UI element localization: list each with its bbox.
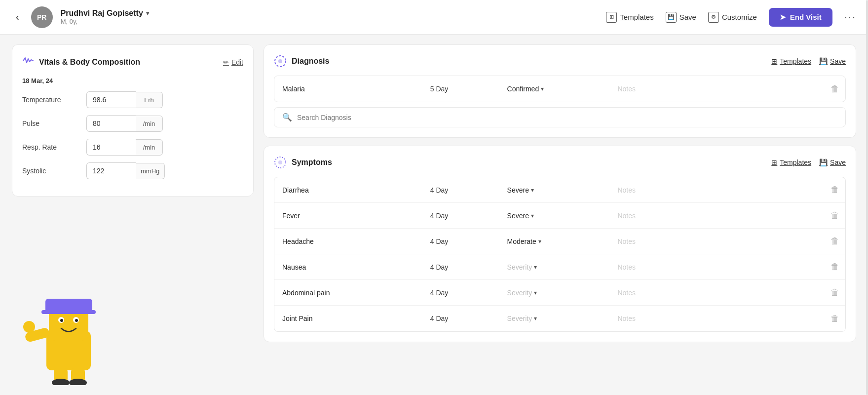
vitals-edit-button[interactable]: ✏ Edit bbox=[223, 58, 243, 66]
diagnosis-templates-label: Templates bbox=[780, 57, 811, 65]
svg-point-15 bbox=[278, 59, 282, 63]
patient-dropdown-chevron: ▾ bbox=[146, 10, 149, 17]
row-notes[interactable]: Notes bbox=[611, 309, 825, 328]
row-status-dropdown[interactable]: Severe ▾ bbox=[503, 180, 612, 200]
diagnosis-save-button[interactable]: 💾 Save bbox=[819, 57, 846, 65]
row-status-dropdown[interactable]: Severity ▾ bbox=[503, 257, 612, 277]
back-button[interactable]: ‹ bbox=[12, 9, 23, 25]
vital-row: Pulse /min bbox=[22, 115, 241, 132]
delete-button[interactable]: 🗑 bbox=[830, 236, 839, 246]
end-visit-button[interactable]: ➤ End Visit bbox=[769, 8, 832, 27]
vitals-icon bbox=[22, 55, 34, 69]
row-notes[interactable]: Notes bbox=[611, 79, 825, 99]
diagnosis-search-row[interactable]: 🔍 bbox=[274, 107, 846, 127]
chevron-down-icon: ▾ bbox=[534, 315, 537, 322]
row-name: Fever bbox=[274, 206, 424, 226]
edit-label: Edit bbox=[231, 58, 243, 66]
row-notes[interactable]: Notes bbox=[611, 180, 825, 200]
row-status-text: Moderate bbox=[507, 237, 536, 245]
row-delete[interactable]: 🗑 bbox=[825, 308, 845, 330]
diagnosis-title-group: Diagnosis bbox=[274, 55, 329, 68]
row-duration: 4 Day bbox=[424, 309, 503, 328]
table-row: Abdominal pain 4 Day Severity ▾ Notes 🗑 bbox=[274, 280, 845, 306]
vital-unit: Frh bbox=[136, 92, 163, 108]
symptoms-table: Diarrhea 4 Day Severe ▾ Notes 🗑 Fever 4 … bbox=[274, 177, 846, 332]
row-delete[interactable]: 🗑 bbox=[825, 204, 845, 227]
vital-row: Temperature Frh bbox=[22, 91, 241, 108]
chevron-down-icon: ▾ bbox=[531, 212, 534, 219]
symptoms-actions: ⊞ Templates 💾 Save bbox=[771, 158, 846, 166]
vital-unit: mmHg bbox=[136, 163, 165, 179]
delete-button[interactable]: 🗑 bbox=[830, 314, 839, 324]
end-visit-icon: ➤ bbox=[780, 13, 786, 22]
row-status-text: Severity bbox=[507, 263, 532, 271]
svg-rect-3 bbox=[41, 310, 96, 314]
vital-label: Resp. Rate bbox=[22, 143, 86, 151]
row-name: Diarrhea bbox=[274, 180, 424, 200]
vital-value-input[interactable] bbox=[86, 139, 136, 156]
table-row: Joint Pain 4 Day Severity ▾ Notes 🗑 bbox=[274, 306, 845, 331]
row-delete[interactable]: 🗑 bbox=[825, 230, 845, 252]
patient-info: Prudhvi Raj Gopisetty ▾ M, 0y, bbox=[61, 9, 149, 25]
row-notes[interactable]: Notes bbox=[611, 232, 825, 251]
customize-icon: ⚙ bbox=[708, 12, 719, 23]
mascot-illustration bbox=[17, 291, 125, 385]
save-button[interactable]: 💾 Save bbox=[666, 12, 696, 23]
diagnosis-search-input[interactable] bbox=[297, 114, 837, 121]
chevron-down-icon: ▾ bbox=[531, 187, 534, 194]
vitals-title-group: Vitals & Body Composition bbox=[22, 55, 140, 69]
end-visit-label: End Visit bbox=[790, 13, 822, 21]
vital-row: Systolic mmHg bbox=[22, 162, 241, 179]
row-name: Joint Pain bbox=[274, 309, 424, 328]
row-delete[interactable]: 🗑 bbox=[825, 281, 845, 304]
vital-value-input[interactable] bbox=[86, 91, 136, 108]
row-status-text: Severe bbox=[507, 186, 529, 194]
row-status-text: Severity bbox=[507, 315, 532, 322]
vital-value-input[interactable] bbox=[86, 115, 136, 132]
row-delete[interactable]: 🗑 bbox=[825, 179, 845, 201]
more-options-button[interactable]: ··· bbox=[844, 11, 856, 24]
row-status-dropdown[interactable]: Severity ▾ bbox=[503, 309, 612, 328]
row-status-text: Confirmed bbox=[507, 85, 539, 93]
diagnosis-header: Diagnosis ⊞ Templates 💾 Save bbox=[274, 55, 846, 68]
right-panel[interactable]: Diagnosis ⊞ Templates 💾 Save Malaria 5 D… bbox=[264, 44, 856, 385]
row-name: Malaria bbox=[274, 79, 424, 99]
symptoms-icon bbox=[274, 156, 287, 169]
vitals-header: Vitals & Body Composition ✏ Edit bbox=[22, 55, 243, 69]
row-status-dropdown[interactable]: Severe ▾ bbox=[503, 206, 612, 226]
delete-button[interactable]: 🗑 bbox=[830, 185, 839, 195]
templates-label: Templates bbox=[620, 13, 653, 21]
row-status-dropdown[interactable]: Severity ▾ bbox=[503, 283, 612, 303]
delete-button[interactable]: 🗑 bbox=[830, 262, 839, 272]
patient-name-group[interactable]: Prudhvi Raj Gopisetty ▾ bbox=[61, 9, 149, 18]
table-row: Fever 4 Day Severe ▾ Notes 🗑 bbox=[274, 203, 845, 229]
row-status-text: Severe bbox=[507, 212, 529, 220]
save-icon: 💾 bbox=[666, 12, 677, 23]
row-notes[interactable]: Notes bbox=[611, 257, 825, 277]
diagnosis-templates-button[interactable]: ⊞ Templates bbox=[771, 57, 811, 65]
row-notes[interactable]: Notes bbox=[611, 206, 825, 226]
delete-button[interactable]: 🗑 bbox=[830, 210, 839, 221]
vital-value-input[interactable] bbox=[86, 162, 136, 179]
delete-button[interactable]: 🗑 bbox=[830, 287, 839, 298]
vitals-scroll-area[interactable]: Temperature Frh Pulse /min Resp. Rate /m… bbox=[22, 91, 243, 186]
symptoms-save-button[interactable]: 💾 Save bbox=[819, 158, 846, 166]
symptoms-templates-button[interactable]: ⊞ Templates bbox=[771, 158, 811, 166]
patient-subtext: M, 0y, bbox=[61, 18, 149, 25]
vital-row: Resp. Rate /min bbox=[22, 139, 241, 156]
delete-button[interactable]: 🗑 bbox=[830, 84, 839, 94]
mascot-area bbox=[12, 202, 254, 385]
row-notes[interactable]: Notes bbox=[611, 283, 825, 303]
row-status-dropdown[interactable]: Moderate ▾ bbox=[503, 232, 612, 251]
row-duration: 5 Day bbox=[424, 79, 503, 99]
row-delete[interactable]: 🗑 bbox=[825, 78, 845, 100]
row-status-dropdown[interactable]: Confirmed ▾ bbox=[503, 79, 612, 99]
vital-label: Temperature bbox=[22, 96, 86, 104]
customize-button[interactable]: ⚙ Customize bbox=[708, 12, 757, 23]
diagnosis-actions: ⊞ Templates 💾 Save bbox=[771, 57, 846, 65]
row-delete[interactable]: 🗑 bbox=[825, 256, 845, 278]
table-row: Headache 4 Day Moderate ▾ Notes 🗑 bbox=[274, 229, 845, 254]
symptoms-save-icon: 💾 bbox=[819, 158, 828, 166]
templates-button[interactable]: ⊞ Templates bbox=[606, 12, 653, 23]
symptoms-templates-label: Templates bbox=[780, 158, 811, 166]
